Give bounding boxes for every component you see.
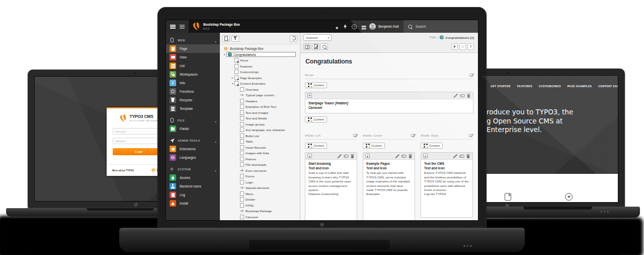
site-nav-item[interactable]: FEATURES xyxy=(517,85,532,88)
edit-column-icon[interactable] xyxy=(469,134,473,138)
module-menu-row[interactable]: SYSTEM xyxy=(166,165,220,173)
module-menu-row[interactable]: Workspaces xyxy=(166,70,220,79)
site-nav-item[interactable]: CUSTOMIZINGS xyxy=(539,85,561,88)
tree-item-selected[interactable]: Congratulations xyxy=(220,52,300,58)
tree-item[interactable]: Frames xyxy=(220,156,300,162)
delete-icon[interactable] xyxy=(350,154,355,158)
module-menu-row[interactable]: WEB xyxy=(166,36,220,44)
tree-item[interactable]: Divider xyxy=(220,197,300,203)
module-menu-row[interactable]: Functions xyxy=(166,87,220,96)
modules-grid-icon[interactable] xyxy=(362,26,364,28)
module-menu-row[interactable]: Languages xyxy=(166,153,220,162)
tree-item[interactable]: Features xyxy=(220,63,300,70)
tree-item[interactable]: Typical page content xyxy=(220,92,300,98)
card-links[interactable]: Log into TYPO3 xyxy=(424,192,469,196)
tree-item[interactable]: Login xyxy=(220,179,300,185)
tree-item[interactable]: ▸ Page Examples xyxy=(220,75,300,81)
pagetree-toggle-icon[interactable] xyxy=(180,25,185,29)
module-menu-row[interactable]: Info xyxy=(166,79,220,87)
site-nav-item[interactable]: GET STARTED xyxy=(491,85,511,88)
tree-item[interactable]: Bullet List xyxy=(220,133,300,139)
tree-item[interactable]: Headers xyxy=(220,98,300,104)
new-page-button[interactable] xyxy=(222,35,230,42)
filter-button[interactable] xyxy=(231,35,239,42)
user-menu[interactable]: Benjamin Kott xyxy=(369,20,398,33)
tree-item[interactable]: Menu xyxy=(220,191,300,197)
edit-page-button[interactable] xyxy=(312,43,319,50)
search-input[interactable] xyxy=(415,24,464,29)
tree-item[interactable]: Carousel xyxy=(220,214,300,220)
module-menu-row[interactable]: View xyxy=(166,53,220,61)
edit-column-icon[interactable] xyxy=(411,134,415,138)
tree-item[interactable]: Examples of Rich Text xyxy=(220,104,300,110)
edit-icon[interactable] xyxy=(337,154,342,158)
module-menu-row[interactable]: Access xyxy=(166,173,220,182)
module-menu-row[interactable]: Filelist xyxy=(166,124,220,133)
tree-item[interactable]: File downloads xyxy=(220,162,300,168)
view-mode-button[interactable] xyxy=(303,43,311,50)
tree-item[interactable]: Accordion xyxy=(220,220,300,220)
more-about-typo3-link[interactable]: More about TYPO3 xyxy=(112,169,134,172)
help-icon[interactable] xyxy=(352,24,357,29)
tree-item[interactable]: Special elements xyxy=(220,185,300,191)
site-nav-item[interactable]: PAGE EXAMPLES xyxy=(568,85,592,88)
clear-cache-icon[interactable] xyxy=(344,24,347,29)
site-nav-item[interactable]: CONTENT EXAMPLES xyxy=(598,85,618,88)
visibility-toggle-icon[interactable] xyxy=(460,93,464,98)
add-content-button[interactable]: Content xyxy=(305,82,327,88)
module-menu-row[interactable]: Install xyxy=(166,199,220,208)
tree-item[interactable]: Images with links xyxy=(220,150,300,156)
edit-icon[interactable] xyxy=(453,154,457,158)
visibility-toggle-icon[interactable] xyxy=(344,154,348,158)
module-menu-row[interactable]: Page xyxy=(166,44,220,53)
columns-select[interactable]: Columns xyxy=(303,34,332,41)
card-links[interactable]: Features Customizing xyxy=(308,192,354,196)
visibility-toggle-icon[interactable] xyxy=(459,154,464,158)
delete-icon[interactable] xyxy=(408,154,413,158)
menu-toggle-icon[interactable] xyxy=(170,25,176,29)
card-links[interactable]: Examples xyxy=(366,192,412,196)
bookmark-button[interactable] xyxy=(459,43,466,50)
tree-caret-icon[interactable]: ▾ xyxy=(230,82,234,85)
tree-item[interactable]: Text and Images xyxy=(220,110,300,116)
tree-item[interactable]: Customizings xyxy=(220,69,300,75)
module-menu-row[interactable]: Template xyxy=(166,104,220,113)
visibility-toggle-icon[interactable] xyxy=(401,154,406,158)
tree-item[interactable]: Form elements xyxy=(220,168,300,174)
module-menu-row[interactable]: List xyxy=(166,61,220,70)
tree-item[interactable]: ▾ Content Examples xyxy=(220,81,300,87)
tree-item[interactable]: Image groups xyxy=(220,121,300,128)
add-content-button[interactable]: Content xyxy=(305,116,327,122)
delete-icon[interactable] xyxy=(466,93,471,98)
tree-item[interactable]: HTML xyxy=(220,203,300,209)
tree-item[interactable]: Insert Records xyxy=(220,145,300,151)
tree-item[interactable]: Any language, any character xyxy=(220,127,300,133)
edit-column-icon[interactable] xyxy=(469,73,473,77)
tree-item[interactable]: Bootstrap Package xyxy=(220,208,300,214)
module-menu-row[interactable]: Extensions xyxy=(166,145,220,153)
tree-caret-icon[interactable] xyxy=(222,53,226,56)
tree-item[interactable]: Table xyxy=(220,139,300,145)
add-content-button[interactable]: Content xyxy=(421,143,443,149)
module-menu-row[interactable]: Backend users xyxy=(166,182,220,190)
bookmark-icon[interactable] xyxy=(335,22,339,31)
refresh-button[interactable] xyxy=(290,35,297,42)
add-content-button[interactable]: Content xyxy=(363,143,385,149)
tree-item[interactable]: Overview xyxy=(220,87,300,93)
help-button[interactable] xyxy=(467,43,474,50)
module-menu-row[interactable]: Log xyxy=(166,190,220,199)
module-menu-row[interactable]: Recycler xyxy=(166,96,220,104)
module-menu-row[interactable]: ADMIN TOOLS xyxy=(166,137,220,145)
edit-column-icon[interactable] xyxy=(353,134,357,138)
edit-icon[interactable] xyxy=(453,93,458,98)
tree-item[interactable]: Home xyxy=(220,57,300,63)
add-content-button[interactable]: Content xyxy=(305,143,327,149)
tree-item[interactable]: Forms xyxy=(220,173,300,179)
tree-caret-icon[interactable]: ▸ xyxy=(230,76,234,79)
edit-icon[interactable] xyxy=(395,154,399,158)
delete-icon[interactable] xyxy=(466,154,470,158)
search-button[interactable] xyxy=(320,43,328,50)
tree-item[interactable]: Text and Media xyxy=(220,115,300,121)
tree-root[interactable]: Bootstrap Package Box xyxy=(220,46,300,52)
module-menu-row[interactable]: FILE xyxy=(166,116,220,124)
